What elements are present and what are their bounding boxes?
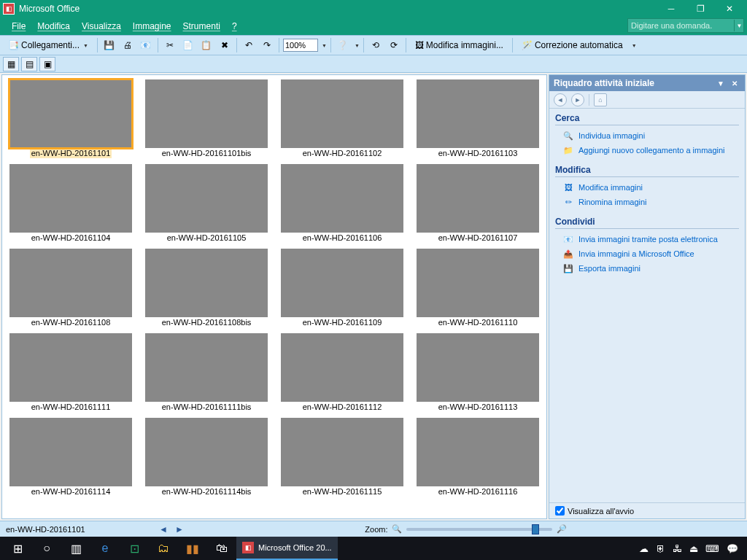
taskpane-link[interactable]: 🔍Individua immagini <box>555 128 739 143</box>
taskpane-link[interactable]: 💾Esporta immagini <box>555 261 739 276</box>
taskpane-close-button[interactable]: ✕ <box>729 77 740 89</box>
library-button[interactable]: ▮▮ <box>178 537 207 560</box>
tray-network-icon[interactable]: 🖧 <box>673 543 682 554</box>
zoom-slider-knob[interactable] <box>532 524 539 534</box>
filmstrip-view-button[interactable]: ▤ <box>21 57 37 71</box>
gallery-scroll[interactable]: en-WW-HD-20161101en-WW-HD-20161101bisen-… <box>1 74 547 519</box>
cortana-button[interactable]: ○ <box>32 537 61 560</box>
tray-notifications-icon[interactable]: 💬 <box>727 543 738 554</box>
thumbnail-item[interactable]: en-WW-HD-20161109 <box>276 247 408 329</box>
paste-button[interactable]: 📋 <box>198 37 214 53</box>
taskpane-home-button[interactable]: ⌂ <box>594 93 607 106</box>
rotate-right-button[interactable]: ⟳ <box>386 37 402 53</box>
taskpane-dropdown-button[interactable]: ▼ <box>715 77 727 89</box>
help-button[interactable]: ❔ <box>335 37 351 53</box>
minimize-button[interactable]: ─ <box>657 0 686 18</box>
taskpane-link[interactable]: 📧Invia immagini tramite posta elettronic… <box>555 232 739 246</box>
thumbnail-caption: en-WW-HD-20161104 <box>30 233 112 243</box>
autocorrect-button[interactable]: 🪄 Correzione automatica <box>516 37 628 53</box>
tray-usb-icon[interactable]: ⏏ <box>689 543 698 554</box>
tray-security-icon[interactable]: ⛨ <box>656 543 665 554</box>
windows-store-button[interactable]: 🛍 <box>207 537 236 560</box>
task-view-button[interactable]: ▥ <box>61 537 90 560</box>
help-search-dropdown-icon[interactable]: ▼ <box>734 20 744 31</box>
print-button[interactable]: 🖨 <box>120 37 136 53</box>
file-explorer-button[interactable]: 🗂 <box>149 537 178 560</box>
menu-visualizza[interactable]: Visualizza <box>76 20 127 33</box>
taskpane-link[interactable]: 📤Invia immagini a Microsoft Office <box>555 246 739 261</box>
taskpane-forward-button[interactable]: ► <box>571 93 584 106</box>
start-button[interactable]: ⊞ <box>3 537 32 560</box>
thumbnail-item[interactable]: en-WW-HD-20161114 <box>5 416 136 498</box>
thumbnail-item[interactable]: en-WW-HD-20161101 <box>5 78 136 160</box>
tray-onedrive-icon[interactable]: ☁ <box>639 543 649 554</box>
thumbnail-item[interactable]: en-WW-HD-20161106 <box>276 163 408 244</box>
thumbnail-item[interactable]: en-WW-HD-20161107 <box>412 163 543 244</box>
tray-keyboard-icon[interactable]: ⌨ <box>705 543 719 554</box>
edit-images-button[interactable]: 🖼 Modifica immagini... <box>410 37 508 53</box>
zoom-label: Zoom: <box>365 525 387 534</box>
menu-modifica[interactable]: Modifica <box>31 20 76 33</box>
zoom-slider[interactable] <box>406 528 552 531</box>
help-search-box[interactable]: ▼ <box>627 18 744 33</box>
zoom-input[interactable] <box>283 39 318 52</box>
shortcuts-button[interactable]: 📑 Collegamenti... ▼ <box>3 37 93 53</box>
thumbnail-item[interactable]: en-WW-HD-20161111 <box>5 332 136 413</box>
taskpane-body: Cerca🔍Individua immagini📁Aggiungi nuovo … <box>549 109 745 502</box>
store-button[interactable]: ⊡ <box>120 537 149 560</box>
mail-button[interactable]: 📧 <box>138 37 154 53</box>
thumbnail-item[interactable]: en-WW-HD-20161114bis <box>141 416 272 498</box>
taskpane-back-button[interactable]: ◄ <box>554 93 567 106</box>
thumbnail-item[interactable]: en-WW-HD-20161102 <box>276 78 408 160</box>
toolbar-options-dropdown[interactable]: ▼ <box>355 43 360 48</box>
zoom-out-button[interactable]: 🔍 <box>392 524 402 534</box>
thumbnail-item[interactable]: en-WW-HD-20161103 <box>412 78 543 160</box>
thumbnail-item[interactable]: en-WW-HD-20161112 <box>276 332 408 413</box>
rotate-left-button[interactable]: ⟲ <box>368 37 384 53</box>
thumbnail-item[interactable]: en-WW-HD-20161111bis <box>141 332 272 413</box>
help-search-input[interactable] <box>627 18 744 33</box>
shortcuts-label: Collegamenti... <box>21 40 80 50</box>
thumbnail-caption: en-WW-HD-20161110 <box>437 317 519 327</box>
taskbar-app-label: Microsoft Office 20... <box>258 543 332 552</box>
taskpane-link-label: Aggiungi nuovo collegamento a immagini <box>578 146 725 155</box>
taskpane-link-label: Esporta immagini <box>578 264 640 273</box>
thumbnail-view-button[interactable]: ▦ <box>3 57 19 71</box>
menu-strumenti[interactable]: Strumenti <box>177 20 226 33</box>
delete-button[interactable]: ✖ <box>217 37 233 53</box>
thumbnail-item[interactable]: en-WW-HD-20161116 <box>412 416 543 498</box>
menu-immagine[interactable]: Immagine <box>127 20 177 33</box>
close-button[interactable]: ✕ <box>715 0 744 18</box>
thumbnail-item[interactable]: en-WW-HD-20161101bis <box>141 78 272 160</box>
single-view-button[interactable]: ▣ <box>39 57 55 71</box>
thumbnail-image <box>417 249 539 317</box>
copy-button[interactable]: 📄 <box>180 37 196 53</box>
edge-button[interactable]: e <box>90 537 120 560</box>
thumbnail-image <box>145 333 268 402</box>
save-button[interactable]: 💾 <box>101 37 117 53</box>
show-on-startup-checkbox[interactable] <box>555 506 565 516</box>
menu-help[interactable]: ? <box>226 20 243 33</box>
redo-button[interactable]: ↷ <box>259 37 275 53</box>
zoom-in-button[interactable]: 🔎 <box>557 524 567 534</box>
maximize-button[interactable]: ❐ <box>686 0 715 18</box>
thumbnail-item[interactable]: en-WW-HD-20161110 <box>412 247 543 329</box>
shortcuts-icon: 📑 <box>8 40 19 50</box>
taskbar-app-office[interactable]: ◧ Microsoft Office 20... <box>236 537 338 560</box>
toolbar-end-dropdown[interactable]: ▼ <box>632 43 637 48</box>
cut-button[interactable]: ✂ <box>162 37 178 53</box>
thumbnail-item[interactable]: en-WW-HD-20161108bis <box>141 247 272 329</box>
thumbnail-item[interactable]: en-WW-HD-20161104 <box>5 163 136 244</box>
thumbnail-item[interactable]: en-WW-HD-20161105 <box>141 163 272 244</box>
taskpane-link[interactable]: 📁Aggiungi nuovo collegamento a immagini <box>555 143 739 158</box>
taskpane-link[interactable]: ✏Rinomina immagini <box>555 195 739 209</box>
next-image-button[interactable]: ► <box>175 524 184 534</box>
undo-button[interactable]: ↶ <box>241 37 257 53</box>
taskpane-link[interactable]: 🖼Modifica immagini <box>555 180 739 195</box>
zoom-dropdown-icon[interactable]: ▼ <box>322 43 327 48</box>
thumbnail-item[interactable]: en-WW-HD-20161113 <box>412 332 543 413</box>
prev-image-button[interactable]: ◄ <box>159 524 168 534</box>
menu-file[interactable]: File <box>6 20 31 33</box>
thumbnail-item[interactable]: en-WW-HD-20161108 <box>5 247 136 329</box>
thumbnail-item[interactable]: en-WW-HD-20161115 <box>276 416 408 498</box>
